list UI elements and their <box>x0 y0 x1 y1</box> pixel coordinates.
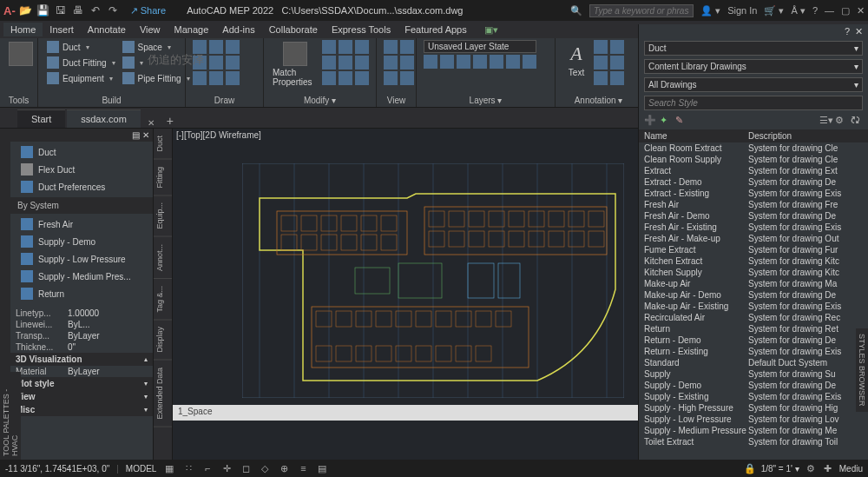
match-properties-button[interactable]: Match Properties <box>271 40 319 89</box>
tab-featured[interactable]: Featured Apps <box>398 23 474 36</box>
iso-icon[interactable]: ◇ <box>259 462 271 474</box>
style-row[interactable]: ReturnSystem for drawing Ret <box>639 323 868 335</box>
side-tab-display[interactable]: Display <box>154 320 172 361</box>
scale-icon[interactable]: 🔒 <box>744 462 756 474</box>
side-tab-fitting[interactable]: Fitting <box>154 160 172 196</box>
palette-item-supply-demo[interactable]: Supply - Demo <box>10 233 153 250</box>
tab-file[interactable]: ssdax.com <box>67 109 141 128</box>
minimize-icon[interactable]: — <box>825 5 834 16</box>
style-row[interactable]: Supply - Low PressureSystem for drawing … <box>639 414 868 425</box>
drawings-filter-dropdown[interactable]: All Drawings▾ <box>644 77 863 92</box>
open-icon[interactable]: 📂 <box>19 3 33 17</box>
style-row[interactable]: Make-up Air - DemoSystem for drawing De <box>639 289 868 301</box>
signin-label[interactable]: Sign In <box>727 5 757 16</box>
tools-button[interactable] <box>7 40 35 68</box>
signin-icon[interactable]: 👤 ▾ <box>700 5 720 17</box>
annot-scale[interactable]: Mediu <box>839 464 863 474</box>
style-row[interactable]: Return - ExistingSystem for drawing Exis <box>639 346 868 357</box>
styles-browser-tab[interactable]: STYLES BROWSER <box>856 328 868 412</box>
polar-icon[interactable]: ✛ <box>220 462 233 474</box>
tab-manage[interactable]: Manage <box>168 23 216 36</box>
equipment-button[interactable]: Equipment▾ <box>45 71 117 85</box>
props-misc[interactable]: Misc▾ <box>10 403 153 416</box>
grid-icon[interactable]: ▦ <box>163 462 175 474</box>
help-search-input[interactable] <box>589 4 694 17</box>
styles-list[interactable]: Clean Room ExtractSystem for drawing Cle… <box>639 142 868 460</box>
palette-item-return[interactable]: Return <box>10 285 153 302</box>
style-row[interactable]: Fume ExtractSystem for drawing Fur <box>639 244 868 255</box>
tool-palette-title[interactable]: TOOL PALETTES - HVAC <box>0 372 21 460</box>
palette-item-flex-duct[interactable]: Flex Duct <box>10 161 153 178</box>
side-tab-tag[interactable]: Tag &... <box>154 279 172 321</box>
import-style-icon[interactable]: ✦ <box>660 115 672 127</box>
annot-icon[interactable]: ✚ <box>822 462 834 474</box>
lwt-icon[interactable]: ≡ <box>297 462 309 474</box>
tab-insert[interactable]: Insert <box>43 23 81 36</box>
drawing-source-dropdown[interactable]: Content Library Drawings▾ <box>644 59 863 74</box>
text-button[interactable]: AText <box>562 40 590 79</box>
dyn-icon[interactable]: ⊕ <box>278 462 290 474</box>
close-icon[interactable]: ✕ <box>857 5 865 17</box>
style-row[interactable]: Supply - Medium PressureSystem for drawi… <box>639 425 868 436</box>
object-type-dropdown[interactable]: Duct▾ <box>644 41 863 56</box>
trans-icon[interactable]: ▤ <box>316 462 328 474</box>
scale-dropdown[interactable]: 1/8" = 1' ▾ <box>761 464 799 474</box>
style-search-input[interactable]: Search Style <box>644 96 863 110</box>
side-tab-duct[interactable]: Duct <box>154 129 172 160</box>
props-view[interactable]: View▾ <box>10 390 153 403</box>
search-icon[interactable]: 🔍 <box>570 5 582 17</box>
tab-addins[interactable]: Add-ins <box>215 23 261 36</box>
gear-icon[interactable]: ⚙ <box>835 115 847 127</box>
add-style-icon[interactable]: ➕ <box>644 115 656 127</box>
style-row[interactable]: Supply - DemoSystem for drawing De <box>639 380 868 391</box>
plot-icon[interactable]: 🖶 <box>71 3 85 17</box>
autodesk-icon[interactable]: Å ▾ <box>791 5 805 17</box>
tab-close-icon[interactable]: ✕ <box>142 118 160 128</box>
style-row[interactable]: SupplySystem for drawing Su <box>639 368 868 380</box>
style-row[interactable]: Extract - DemoSystem for drawing De <box>639 176 868 188</box>
style-row[interactable]: Fresh AirSystem for drawing Fre <box>639 199 868 210</box>
style-row[interactable]: Supply - High PressureSystem for drawing… <box>639 402 868 414</box>
osnap-icon[interactable]: ◻ <box>240 462 252 474</box>
app-logo[interactable]: A- <box>3 4 16 17</box>
layer-icon[interactable] <box>424 55 437 69</box>
props-plot-style[interactable]: Plot style▾ <box>10 377 153 390</box>
saveas-icon[interactable]: 🖫 <box>54 3 68 17</box>
maximize-icon[interactable]: ▢ <box>841 5 850 17</box>
style-row[interactable]: Make-up Air - ExistingSystem for drawing… <box>639 301 868 312</box>
style-row[interactable]: Toilet ExtractSystem for drawing Toil <box>639 436 868 447</box>
tab-express[interactable]: Express Tools <box>325 23 398 36</box>
pipe-fitting-button[interactable]: Pipe Fitting▾ <box>121 71 192 85</box>
style-row[interactable]: ExtractSystem for drawing Ext <box>639 165 868 176</box>
layer-state-dropdown[interactable]: Unsaved Layer State <box>424 40 536 53</box>
share-button[interactable]: ↗ Share <box>130 5 166 17</box>
tab-collaborate[interactable]: Collaborate <box>262 23 325 36</box>
side-tab-equip[interactable]: Equip... <box>154 195 172 237</box>
style-row[interactable]: Make-up AirSystem for drawing Ma <box>639 278 868 289</box>
style-row[interactable]: Clean Room ExtractSystem for drawing Cle <box>639 142 868 154</box>
tab-view[interactable]: View <box>133 23 168 36</box>
style-row[interactable]: Fresh Air - DemoSystem for drawing De <box>639 210 868 222</box>
style-row[interactable]: Recirculated AirSystem for drawing Rec <box>639 312 868 323</box>
snap-icon[interactable]: ∷ <box>182 462 194 474</box>
duct-button[interactable]: Duct▾ <box>45 40 117 54</box>
gear-status-icon[interactable]: ⚙ <box>805 462 817 474</box>
tab-annotate[interactable]: Annotate <box>81 23 133 36</box>
side-tab-ext[interactable]: Extended Data <box>154 361 172 427</box>
tab-new-icon[interactable]: + <box>160 114 181 128</box>
style-row[interactable]: Fresh Air - Make-upSystem for drawing Ou… <box>639 233 868 244</box>
style-row[interactable]: Kitchen SupplySystem for drawing Kitc <box>639 267 868 278</box>
tab-start[interactable]: Start <box>17 109 65 128</box>
ortho-icon[interactable]: ⌐ <box>201 462 214 474</box>
model-button[interactable]: MODEL <box>126 464 157 474</box>
style-row[interactable]: StandardDefault Duct System <box>639 357 868 368</box>
palette-item-supply-med[interactable]: Supply - Medium Pres... <box>10 268 153 285</box>
undo-icon[interactable]: ↶ <box>89 3 102 17</box>
focus-icon[interactable]: ▣▾ <box>477 23 505 37</box>
palette-item-duct[interactable]: Duct <box>10 143 153 161</box>
props-3d-vis[interactable]: 3D Visualization▴ <box>10 353 153 366</box>
palette-menu-icon[interactable]: ▤ ✕ <box>132 130 149 140</box>
palette-item-duct-prefs[interactable]: Duct Preferences <box>10 178 153 195</box>
viewport-label[interactable]: [-][Top][2D Wireframe] <box>176 130 261 140</box>
brush-icon[interactable]: ✎ <box>675 115 687 127</box>
